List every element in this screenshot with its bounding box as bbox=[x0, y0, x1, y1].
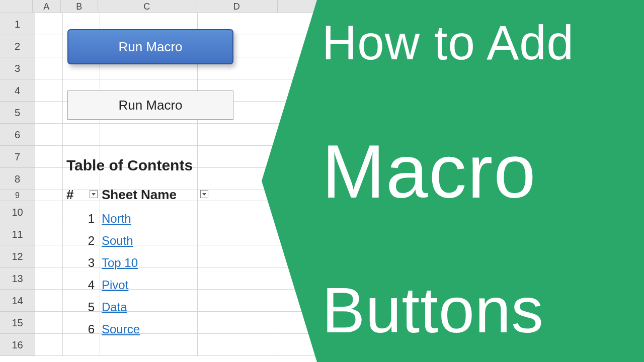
table-row: 2South bbox=[66, 230, 212, 252]
row-headers: 12345678910111213141516 bbox=[0, 13, 35, 356]
table-row: 5Data bbox=[66, 296, 212, 318]
sheet-link[interactable]: Top 10 bbox=[102, 256, 138, 270]
row-header[interactable]: 15 bbox=[0, 312, 35, 334]
column-header[interactable]: C bbox=[98, 0, 196, 13]
overlay-line-1: How to Add bbox=[322, 15, 634, 70]
row-header[interactable]: 16 bbox=[0, 334, 35, 356]
run-macro-button-secondary[interactable]: Run Macro bbox=[67, 90, 233, 120]
run-macro-button-primary[interactable]: Run Macro bbox=[67, 29, 233, 64]
toc-row-number: 3 bbox=[66, 256, 102, 270]
toc-row-number: 6 bbox=[66, 322, 102, 336]
column-header[interactable]: B bbox=[61, 0, 98, 13]
toc-row-number: 4 bbox=[66, 278, 102, 292]
sheet-link[interactable]: Data bbox=[102, 300, 127, 314]
row-header[interactable]: 12 bbox=[0, 245, 35, 267]
row-header[interactable]: 7 bbox=[0, 146, 35, 168]
toc-header-number: # bbox=[66, 187, 73, 202]
filter-dropdown-icon[interactable] bbox=[90, 190, 98, 198]
filter-dropdown-icon[interactable] bbox=[200, 190, 208, 198]
toc-row-number: 1 bbox=[66, 212, 102, 226]
table-row: 3Top 10 bbox=[66, 252, 212, 274]
table-row: 6Source bbox=[66, 318, 212, 340]
table-row: 4Pivot bbox=[66, 274, 212, 296]
toc-header-sheetname: Sheet Name bbox=[102, 187, 177, 202]
row-header[interactable]: 9 bbox=[0, 190, 35, 201]
toc-rows: 1North2South3Top 104Pivot5Data6Source bbox=[66, 208, 212, 340]
toc-row-number: 2 bbox=[66, 234, 102, 248]
row-header[interactable]: 5 bbox=[0, 102, 35, 124]
row-header[interactable]: 13 bbox=[0, 267, 35, 290]
overlay-line-3: Buttons bbox=[322, 273, 634, 347]
row-header[interactable]: 11 bbox=[0, 223, 35, 245]
sheet-link[interactable]: North bbox=[102, 212, 131, 226]
table-row: 1North bbox=[66, 208, 212, 230]
row-header[interactable]: 4 bbox=[0, 79, 35, 102]
select-all-corner[interactable] bbox=[0, 0, 33, 13]
row-header[interactable]: 1 bbox=[0, 13, 35, 35]
row-header[interactable]: 3 bbox=[0, 57, 35, 79]
sheet-link[interactable]: South bbox=[102, 234, 133, 248]
toc-title: Table of Contents bbox=[66, 157, 212, 174]
toc-row-number: 5 bbox=[66, 300, 102, 314]
row-header[interactable]: 14 bbox=[0, 290, 35, 312]
sheet-link[interactable]: Source bbox=[102, 322, 140, 336]
row-header[interactable]: 2 bbox=[0, 35, 35, 57]
column-header[interactable]: A bbox=[33, 0, 61, 13]
overlay-line-2: Macro bbox=[322, 128, 634, 215]
title-overlay: How to Add Macro Buttons bbox=[262, 0, 644, 362]
row-header[interactable]: 8 bbox=[0, 168, 35, 190]
sheet-link[interactable]: Pivot bbox=[102, 278, 128, 292]
row-header[interactable]: 6 bbox=[0, 124, 35, 146]
table-of-contents: Table of Contents # Sheet Name 1North2So… bbox=[66, 157, 212, 340]
row-header[interactable]: 10 bbox=[0, 201, 35, 223]
